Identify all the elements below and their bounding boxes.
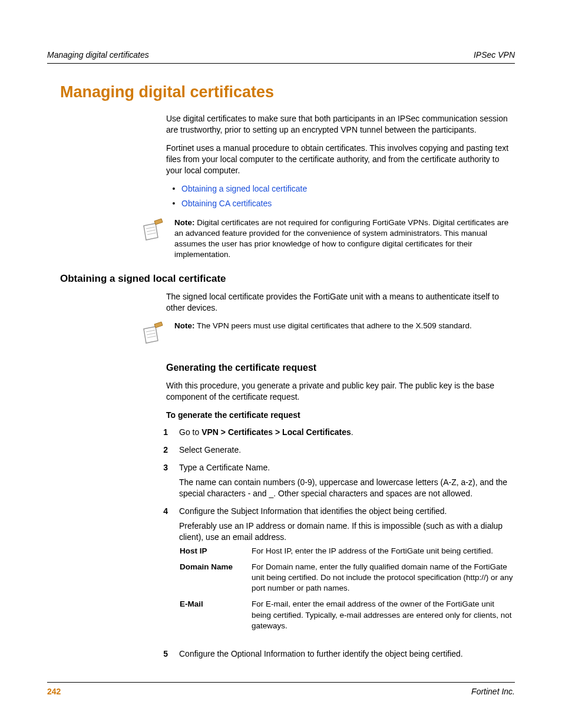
step-row: 1 Go to VPN > Certificates > Local Certi… [143, 426, 515, 444]
step-number: 3 [143, 462, 178, 505]
step-text: Type a Certificate Name. The name can co… [178, 462, 515, 505]
section-paragraph: With this procedure, you generate a priv… [166, 380, 515, 403]
content-area: Managing digital certificates Use digita… [60, 50, 515, 666]
note-paper-pencil-icon [139, 218, 165, 246]
step-number: 4 [143, 505, 178, 648]
link-obtaining-signed-local-cert[interactable]: Obtaining a signed local certificate [181, 184, 307, 193]
subheading-obtaining-signed-local-cert: Obtaining a signed local certificate [60, 272, 515, 286]
page-number: 242 [47, 686, 61, 697]
list-item: Obtaining CA certificates [166, 198, 515, 209]
step-number: 5 [143, 648, 178, 666]
page-footer: 242 Fortinet Inc. [47, 682, 515, 697]
nav-path: VPN > Certificates > Local Certificates [201, 427, 351, 437]
step-number: 2 [143, 444, 178, 462]
note-paper-pencil-icon [139, 321, 165, 350]
note-body: The VPN peers must use digital certifica… [195, 321, 472, 330]
step-text: Configure the Optional Information to fu… [178, 648, 515, 666]
intro-paragraph-1: Use digital certificates to make sure th… [166, 113, 515, 136]
note-block: Note: The VPN peers must use digital cer… [139, 321, 515, 350]
step-text: Select Generate. [178, 444, 515, 462]
note-block: Note: Digital certificates are not requi… [139, 218, 515, 261]
subsubheading-generating-cert-request: Generating the certificate request [166, 361, 515, 374]
link-obtaining-ca-certs[interactable]: Obtaining CA certificates [181, 199, 272, 208]
note-text: Note: Digital certificates are not requi… [174, 218, 515, 261]
step-row: 4 Configure the Subject Information that… [143, 505, 515, 648]
table-row: Host IP For Host IP, enter the IP addres… [179, 545, 514, 561]
note-label: Note: [174, 321, 195, 330]
subject-info-table: Host IP For Host IP, enter the IP addres… [179, 545, 514, 637]
step-text: Configure the Subject Information that i… [178, 505, 515, 648]
field-label: Domain Name [179, 561, 251, 599]
header-right: IPSec VPN [474, 50, 515, 61]
step-number: 1 [143, 426, 178, 444]
table-row: Domain Name For Domain name, enter the f… [179, 561, 514, 599]
procedure-steps: 1 Go to VPN > Certificates > Local Certi… [143, 426, 515, 666]
company-name: Fortinet Inc. [471, 686, 515, 697]
toc-links: Obtaining a signed local certificate Obt… [166, 183, 515, 209]
step-text: Go to VPN > Certificates > Local Certifi… [178, 426, 515, 444]
note-label: Note: [174, 218, 195, 227]
field-label: E-Mail [179, 598, 251, 636]
document-page: Managing digital certificates IPSec VPN … [0, 0, 562, 728]
field-description: For E-mail, enter the email address of t… [251, 598, 514, 636]
running-header: Managing digital certificates IPSec VPN [47, 50, 515, 64]
page-title: Managing digital certificates [60, 81, 515, 103]
section-paragraph: The signed local certificate provides th… [166, 291, 515, 314]
field-description: For Domain name, enter the fully qualifi… [251, 561, 514, 599]
field-label: Host IP [179, 545, 251, 561]
procedure-title: To generate the certificate request [166, 410, 515, 421]
field-description: For Host IP, enter the IP address of the… [251, 545, 514, 561]
table-row: E-Mail For E-mail, enter the email addre… [179, 598, 514, 636]
list-item: Obtaining a signed local certificate [166, 183, 515, 195]
step-row: 3 Type a Certificate Name. The name can … [143, 462, 515, 505]
step-row: 2 Select Generate. [143, 444, 515, 462]
note-body: Digital certificates are not required fo… [174, 218, 508, 259]
intro-paragraph-2: Fortinet uses a manual procedure to obta… [166, 143, 515, 176]
note-text: Note: The VPN peers must use digital cer… [174, 321, 472, 331]
header-left: Managing digital certificates [47, 50, 149, 61]
step-row: 5 Configure the Optional Information to … [143, 648, 515, 666]
